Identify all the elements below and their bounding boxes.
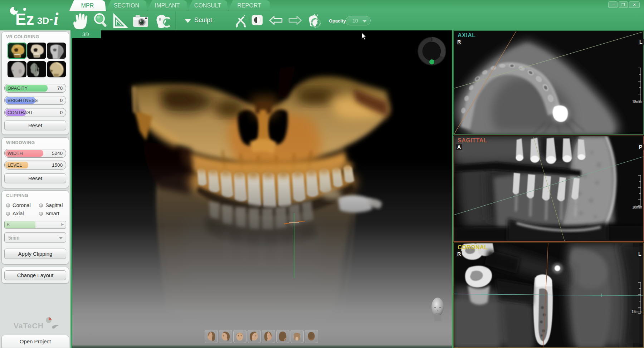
svg-text:Ez: Ez	[15, 10, 34, 28]
svg-text:3D: 3D	[37, 15, 49, 26]
svg-text:i: i	[54, 9, 59, 28]
svg-text:-: -	[49, 13, 53, 25]
svg-text:VaTeCH: VaTeCH	[14, 322, 44, 330]
